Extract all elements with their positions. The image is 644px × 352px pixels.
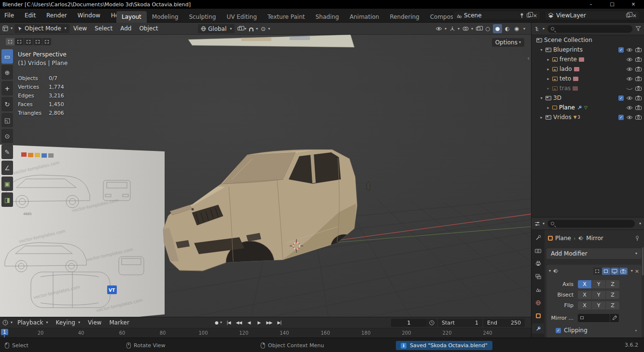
pin-icon[interactable] xyxy=(635,235,640,241)
tool-move[interactable]: + xyxy=(1,81,13,95)
viewport-canvas[interactable]: 4685 VT vector-templates.com vector-temp… xyxy=(0,35,531,317)
tab-tool[interactable] xyxy=(532,232,544,243)
scene-name[interactable]: Scene xyxy=(464,12,517,19)
camera-icon[interactable] xyxy=(635,105,642,110)
play-reverse-button[interactable]: ◀ xyxy=(245,318,253,326)
tab-world[interactable] xyxy=(532,298,544,308)
start-frame-field[interactable]: Start 1 xyxy=(438,319,482,327)
editor-type-button[interactable]: ▾ xyxy=(2,26,13,31)
unlink-scene-icon[interactable]: × xyxy=(533,13,537,18)
outliner-item-label[interactable]: Scene Collection xyxy=(544,37,592,43)
eyedropper-button[interactable] xyxy=(610,314,619,322)
tab-texture-paint[interactable]: Texture Paint xyxy=(262,11,310,23)
camera-icon[interactable] xyxy=(635,47,642,52)
menu-playback[interactable]: Playback▾ xyxy=(14,319,52,326)
shading-solid-button[interactable]: ● xyxy=(493,24,502,33)
outliner-row-blueprints[interactable]: ▾ Blueprints ✓ xyxy=(532,45,644,54)
options-dropdown[interactable]: Options ▾ xyxy=(492,38,524,47)
previous-keyframe-button[interactable]: ◀◀ xyxy=(235,318,243,326)
add-modifier-button[interactable]: Add Modifier ▾ xyxy=(546,248,642,259)
menu-marker[interactable]: Marker xyxy=(105,319,133,326)
flip-z-button[interactable]: Z xyxy=(606,301,619,310)
proportional-editing-button[interactable]: ⊙ ▾ xyxy=(261,26,270,32)
outliner-row-vridos[interactable]: ▸ Vridos ▼ 3 ✓ xyxy=(532,112,644,122)
saved-report-badge[interactable]: i Saved "Skoda Octavia.blend" xyxy=(396,341,492,350)
camera-icon[interactable] xyxy=(635,76,642,81)
properties-search-input[interactable] xyxy=(547,220,635,228)
tool-add-cube[interactable]: ▣ xyxy=(1,176,13,191)
outliner-item-label[interactable]: teto xyxy=(560,75,571,82)
xray-toggle[interactable] xyxy=(476,27,480,30)
jump-to-start-button[interactable]: |◀ xyxy=(224,318,233,326)
disclosure-triangle-icon[interactable]: ▸ xyxy=(546,106,550,110)
tool-add-primitive[interactable]: ◨ xyxy=(1,192,13,207)
bisect-z-button[interactable]: Z xyxy=(606,291,619,299)
select-mode-new-button[interactable] xyxy=(6,38,14,45)
auto-keying-button[interactable]: ●▾ xyxy=(214,318,223,326)
tool-transform[interactable]: ⊙ xyxy=(1,129,13,143)
outliner-item-label[interactable]: frente xyxy=(560,56,577,63)
tab-modifiers[interactable] xyxy=(532,324,544,334)
checkbox[interactable]: ✓ xyxy=(618,95,624,101)
pin-icon[interactable] xyxy=(519,13,524,18)
minimize-button[interactable]: – xyxy=(580,0,602,9)
camera-icon[interactable] xyxy=(635,57,642,62)
disclosure-triangle-icon[interactable]: ▾ xyxy=(539,96,544,100)
tab-scene[interactable] xyxy=(532,284,544,295)
display-render-toggle[interactable] xyxy=(619,268,628,275)
tab-rendering[interactable]: Rendering xyxy=(384,11,424,23)
view-layer-selector[interactable]: ViewLayer × xyxy=(545,11,640,20)
outliner-row-scene-collection[interactable]: Scene Collection xyxy=(532,35,644,45)
tool-measure[interactable]: ∠ xyxy=(1,161,13,175)
outliner-row-lado[interactable]: ▸ lado xyxy=(532,64,644,74)
tab-layout[interactable]: Layout xyxy=(116,11,147,23)
breadcrumb-object[interactable]: Plane xyxy=(555,235,571,242)
use-preview-range-button[interactable] xyxy=(426,319,437,327)
panel-expand-icon[interactable]: ▾ xyxy=(549,269,551,273)
properties-editor-button[interactable]: ▾ xyxy=(534,221,545,227)
shading-material-button[interactable]: ◐ xyxy=(503,24,512,33)
tool-scale[interactable]: ◱ xyxy=(1,113,13,127)
timeline-ruler[interactable]: 20 40 60 80 100 120 140 160 180 200 220 … xyxy=(0,328,531,338)
snapping-button[interactable]: ▾ xyxy=(249,27,258,31)
view-layer-name[interactable]: ViewLayer xyxy=(556,12,624,19)
transform-orientation-dropdown[interactable]: Global ▾ xyxy=(198,24,235,33)
tool-annotate[interactable]: ✎ xyxy=(1,145,13,159)
visibility-dropdown[interactable]: ▾ xyxy=(435,27,447,31)
outliner-row-teto[interactable]: ▸ teto xyxy=(532,74,644,83)
eye-icon[interactable] xyxy=(626,57,633,62)
select-mode-extend-button[interactable] xyxy=(15,38,24,45)
menu-view[interactable]: View xyxy=(70,25,91,32)
scene-3d[interactable]: 4685 VT vector-templates.com vector-temp… xyxy=(0,35,531,317)
outliner-item-label[interactable]: tras xyxy=(560,85,571,92)
menu-object[interactable]: Object xyxy=(135,25,162,32)
disclosure-triangle-icon[interactable]: ▸ xyxy=(546,86,550,91)
camera-icon[interactable] xyxy=(635,67,642,71)
eye-icon[interactable] xyxy=(626,96,633,100)
play-button[interactable]: ▶ xyxy=(255,318,263,326)
outliner-item-label[interactable]: Vridos xyxy=(553,114,572,121)
outliner-row-3d[interactable]: ▾ 3D ✓ xyxy=(532,93,644,103)
tool-rotate[interactable]: ↻ xyxy=(1,97,13,111)
axis-x-button[interactable]: X xyxy=(578,280,591,288)
checkbox[interactable]: ✓ xyxy=(618,115,624,120)
new-view-layer-icon[interactable] xyxy=(626,14,630,17)
camera-icon[interactable] xyxy=(635,115,642,120)
timeline-editor-button[interactable]: ▾ xyxy=(2,320,13,325)
maximize-button[interactable]: □ xyxy=(602,0,623,9)
next-keyframe-button[interactable]: ▶▶ xyxy=(265,318,273,326)
checkbox[interactable]: ✓ xyxy=(618,47,624,53)
eye-icon[interactable] xyxy=(626,67,633,71)
disclosure-triangle-icon[interactable]: ▸ xyxy=(539,115,544,120)
outliner-row-tras[interactable]: ▸ tras xyxy=(532,83,644,93)
outliner-item-label[interactable]: 3D xyxy=(553,95,561,101)
menu-add[interactable]: Add xyxy=(116,25,135,32)
menu-render[interactable]: Render xyxy=(42,9,71,22)
outliner-item-label[interactable]: lado xyxy=(560,66,572,72)
disclosure-triangle-icon[interactable]: ▾ xyxy=(539,48,544,52)
menu-file[interactable]: File xyxy=(0,9,18,22)
flip-y-button[interactable]: Y xyxy=(592,301,605,310)
bisect-x-button[interactable]: X xyxy=(578,291,591,299)
eye-icon[interactable] xyxy=(626,48,633,52)
clipping-checkbox[interactable]: ✓ xyxy=(556,328,561,333)
